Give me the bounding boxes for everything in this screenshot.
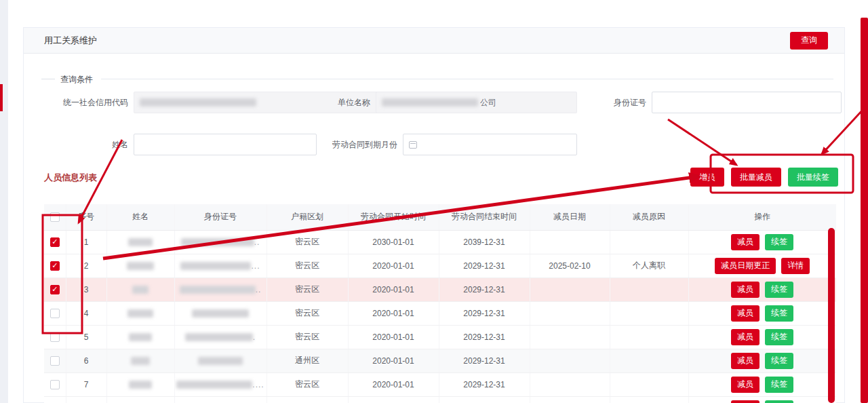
select-cell xyxy=(44,277,66,301)
reduce-date-cell xyxy=(530,372,610,396)
reduce-button[interactable]: 减员 xyxy=(731,305,760,322)
company-name-input[interactable]: 公司 xyxy=(376,92,577,113)
select-all-checkbox[interactable] xyxy=(50,212,60,222)
reduce-reason-cell xyxy=(610,325,688,349)
actions-cell: 减员日期更正详情 xyxy=(688,254,836,277)
seq-cell: 7 xyxy=(66,372,106,396)
region-cell: 密云区 xyxy=(267,277,348,301)
query-conditions-section: 查询条件 xyxy=(24,74,844,83)
column-header: 序号 xyxy=(66,204,106,230)
id-number-label: 身份证号 xyxy=(593,92,646,113)
reduce-date-correct-button[interactable]: 减员日期更正 xyxy=(715,258,776,274)
query-conditions-title: 查询条件 xyxy=(60,74,93,85)
column-header: 姓名 xyxy=(106,204,174,230)
name-cell xyxy=(106,254,174,277)
table-row: 5.密云区2020-01-012029-12-31减员续签 xyxy=(44,325,836,349)
column-header: 身份证号 xyxy=(174,204,267,230)
contract-end-cell: 2029-12-31 xyxy=(439,372,530,396)
renew-button[interactable]: 续签 xyxy=(765,329,793,345)
contract-start-cell: 2020-01-01 xyxy=(348,325,439,349)
renew-button[interactable]: 续签 xyxy=(765,305,793,322)
contract-expiry-input[interactable] xyxy=(403,134,577,155)
actions-cell: 减员续签 xyxy=(688,372,836,396)
legend-line xyxy=(101,79,833,79)
renew-button[interactable]: 续签 xyxy=(765,282,793,298)
contract-start-cell: 2020-01-01 xyxy=(348,349,439,372)
column-header: 劳动合同开始时间 xyxy=(348,204,439,230)
reduce-button[interactable]: 减员 xyxy=(731,377,760,393)
name-cell xyxy=(106,230,174,254)
panel-header: 用工关系维护 查询 xyxy=(24,28,844,54)
reduce-reason-cell xyxy=(610,349,688,372)
reduce-button[interactable]: 减员 xyxy=(731,400,760,403)
table-row: 3..密云区2020-01-012029-12-31减员续签 xyxy=(44,277,836,301)
reduce-date-cell xyxy=(530,301,610,325)
panel-body: 查询条件 统一社会信用代码 单位名称 公司 身份证号 姓名 劳动合同到期月份 xyxy=(24,54,844,402)
reduce-reason-cell xyxy=(610,301,688,325)
select-cell xyxy=(44,396,66,403)
contract-end-cell: 2029-12-31 xyxy=(439,325,530,349)
query-button[interactable]: 查询 xyxy=(790,32,828,50)
calendar-icon xyxy=(409,141,417,149)
row-checkbox[interactable] xyxy=(50,285,60,294)
employment-maintenance-screen: 用工关系维护 查询 查询条件 统一社会信用代码 单位名称 公司 身份证号 姓名 xyxy=(0,0,868,403)
id-cell xyxy=(174,349,267,372)
column-header: 减员原因 xyxy=(610,204,688,230)
contract-end-cell: 2039-12-31 xyxy=(439,230,530,254)
seq-cell: 2 xyxy=(66,254,106,277)
name-input[interactable] xyxy=(134,134,317,155)
name-cell xyxy=(106,349,174,372)
name-cell xyxy=(106,301,174,325)
contract-end-cell: 2029-12-31 xyxy=(439,301,530,325)
personnel-table: 序号姓名身份证号户籍区划劳动合同开始时间劳动合同结束时间减员日期减员原因操作 1… xyxy=(44,204,836,403)
contract-start-cell: 2020-01-01 xyxy=(348,372,439,396)
id-number-input[interactable] xyxy=(652,92,842,113)
personnel-table-wrap: 序号姓名身份证号户籍区划劳动合同开始时间劳动合同结束时间减员日期减员原因操作 1… xyxy=(44,204,836,403)
id-cell: .... xyxy=(174,372,267,396)
renew-button[interactable]: 续签 xyxy=(765,377,793,393)
reduce-button[interactable]: 减员 xyxy=(731,329,760,345)
row-checkbox[interactable] xyxy=(50,237,60,247)
row-checkbox[interactable] xyxy=(50,380,60,389)
reduce-button[interactable]: 减员 xyxy=(731,353,760,369)
row-checkbox[interactable] xyxy=(50,309,60,318)
select-cell xyxy=(44,325,66,349)
credit-code-label: 统一社会信用代码 xyxy=(33,92,128,113)
seq-cell: 8 xyxy=(66,396,106,403)
reduce-button[interactable]: 减员 xyxy=(731,234,760,250)
seq-cell: 5 xyxy=(66,325,106,349)
select-cell xyxy=(44,372,66,396)
batch-renew-button[interactable]: 批量续签 xyxy=(788,168,838,187)
table-row: 8减员续签 xyxy=(44,396,836,403)
left-gutter xyxy=(0,0,8,403)
batch-reduce-button[interactable]: 批量减员 xyxy=(731,168,781,187)
contract-start-cell: 2020-01-01 xyxy=(348,277,439,301)
select-cell xyxy=(44,301,66,325)
renew-button[interactable]: 续签 xyxy=(765,234,793,250)
renew-button[interactable]: 续签 xyxy=(765,400,793,403)
select-cell xyxy=(44,349,66,372)
row-checkbox[interactable] xyxy=(50,356,60,366)
list-toolbar: 增员批量减员批量续签 xyxy=(690,168,838,187)
detail-button[interactable]: 详情 xyxy=(781,258,810,274)
contract-start-cell xyxy=(348,396,439,403)
personnel-list-title: 人员信息列表 xyxy=(44,172,97,184)
contract-start-cell: 2030-01-01 xyxy=(348,230,439,254)
table-header-row: 序号姓名身份证号户籍区划劳动合同开始时间劳动合同结束时间减员日期减员原因操作 xyxy=(44,204,836,230)
row-checkbox[interactable] xyxy=(50,261,60,271)
reduce-reason-cell xyxy=(610,277,688,301)
renew-button[interactable]: 续签 xyxy=(765,353,793,369)
add-member-button[interactable]: 增员 xyxy=(690,168,724,187)
region-cell: 密云区 xyxy=(267,301,348,325)
name-cell xyxy=(106,325,174,349)
row-checkbox[interactable] xyxy=(50,332,60,342)
page-title: 用工关系维护 xyxy=(44,35,97,47)
contract-start-cell: 2020-01-01 xyxy=(348,254,439,277)
id-cell: . xyxy=(174,325,267,349)
seq-cell: 1 xyxy=(66,230,106,254)
actions-cell: 减员续签 xyxy=(688,301,836,325)
seq-cell: 6 xyxy=(66,349,106,372)
seq-cell: 3 xyxy=(66,277,106,301)
id-cell: ... xyxy=(174,254,267,277)
reduce-button[interactable]: 减员 xyxy=(731,282,760,298)
